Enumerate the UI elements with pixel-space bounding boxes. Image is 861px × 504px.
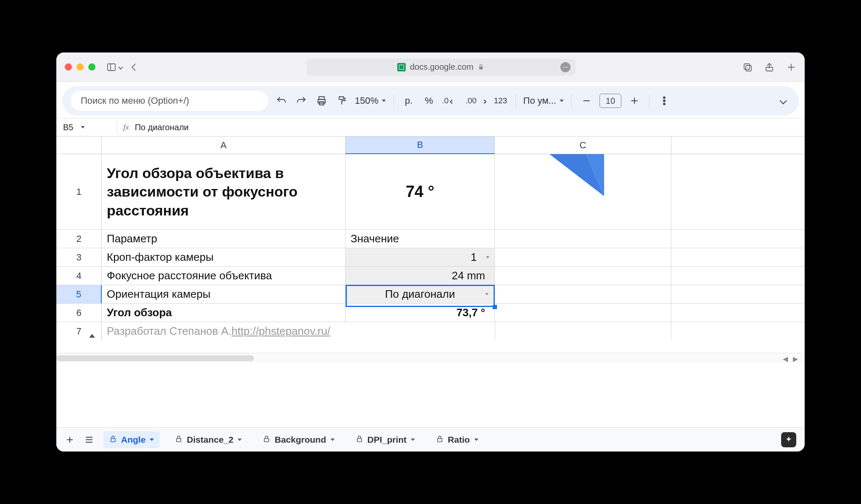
dropdown-icon[interactable] [485, 293, 489, 295]
cell-B3[interactable]: 1 [346, 248, 495, 266]
undo-button[interactable] [274, 94, 288, 108]
cell-C5[interactable] [495, 285, 671, 303]
sheet-tab-ratio[interactable]: Ratio [430, 431, 484, 448]
cell-A1[interactable]: Угол обзора объектива в зависимости от ф… [102, 154, 346, 229]
font-size-increase-button[interactable] [627, 94, 642, 108]
tab-overview-button[interactable] [742, 62, 753, 72]
cell-B1[interactable]: 74 ° [346, 154, 495, 229]
sheet-tab-dpi-print[interactable]: DPI_print [350, 431, 421, 448]
sheets-favicon-icon [397, 63, 406, 71]
svg-rect-13 [339, 97, 344, 100]
row-header-1[interactable]: 1 [56, 154, 102, 229]
row-1: 1 Угол обзора объектива в зависимости от… [56, 154, 805, 230]
svg-rect-28 [357, 438, 362, 442]
close-window-button[interactable] [65, 63, 72, 71]
row-header-3[interactable]: 3 [56, 248, 102, 266]
sheet-tab-distance2[interactable]: Distance_2 [169, 431, 248, 448]
lock-icon [436, 435, 444, 445]
sheet-tab-background[interactable]: Background [257, 431, 341, 448]
cell-A2[interactable]: Параметр [102, 230, 346, 248]
sheet-tab-menu-icon[interactable] [150, 438, 154, 441]
cell-B5[interactable]: По диагонали [346, 285, 495, 303]
cell-A4[interactable]: Фокусное расстояние объектива [102, 267, 346, 285]
dropdown-icon[interactable] [486, 256, 489, 258]
svg-point-17 [663, 97, 665, 98]
increase-decimal-button[interactable]: .00 [465, 94, 487, 108]
active-cell-ref: B5 [63, 123, 73, 132]
sidebar-toggle-button[interactable] [106, 62, 122, 72]
format-currency-button[interactable]: р. [401, 94, 416, 108]
redo-button[interactable] [294, 94, 309, 108]
expand-rows-button[interactable] [89, 334, 95, 338]
name-box[interactable]: B5 [61, 123, 111, 132]
cell-C4[interactable] [495, 267, 671, 285]
sheet-tab-label: Distance_2 [187, 435, 233, 445]
cell-B4[interactable]: 24 mm [346, 267, 495, 285]
paint-format-button[interactable] [335, 94, 349, 108]
cell-A7-link[interactable]: http://phstepanov.ru/ [232, 325, 330, 338]
all-sheets-button[interactable] [84, 435, 94, 445]
column-header-B[interactable]: B [346, 136, 495, 154]
share-button[interactable] [764, 62, 774, 72]
sheet-tab-menu-icon[interactable] [474, 438, 478, 441]
column-headers: A B C [56, 136, 805, 154]
sheet-tab-angle[interactable]: Angle [103, 431, 160, 448]
scroll-left-icon[interactable]: ◀ [783, 355, 788, 363]
row-header-5[interactable]: 5 [56, 285, 102, 303]
cell-A6[interactable]: Угол обзора [102, 304, 346, 322]
row-header-4[interactable]: 4 [56, 267, 102, 285]
collapse-toolbar-button[interactable] [776, 94, 790, 108]
scrollbar-thumb[interactable] [56, 355, 254, 361]
cell-C6[interactable] [495, 304, 671, 322]
cell-C1[interactable] [495, 154, 671, 229]
browser-window: docs.google.com Поиск по меню (Option+/) [56, 52, 805, 452]
format-percent-button[interactable]: % [422, 94, 436, 108]
site-menu-button[interactable] [560, 62, 570, 72]
menu-search-placeholder: Поиск по меню (Option+/) [81, 95, 189, 106]
add-sheet-button[interactable] [65, 435, 75, 445]
font-size-decrease-button[interactable] [579, 94, 594, 108]
sheet-tab-menu-icon[interactable] [411, 438, 415, 441]
font-family-dropdown[interactable]: По ум... [523, 95, 564, 106]
row-header-2[interactable]: 2 [56, 230, 102, 248]
horizontal-scrollbar[interactable]: ◀ ▶ [56, 353, 805, 363]
maximize-window-button[interactable] [88, 63, 95, 71]
cell-A7[interactable]: Разработал Степанов А. http://phstepanov… [102, 322, 495, 340]
address-bar[interactable]: docs.google.com [306, 59, 576, 76]
fx-label: fx [123, 123, 129, 132]
decrease-decimal-button[interactable]: .0 [442, 94, 460, 108]
address-bar-container: docs.google.com [146, 59, 736, 76]
more-formats-button[interactable]: 123 [494, 94, 508, 108]
zoom-dropdown[interactable]: 150% [355, 95, 386, 106]
sheet-tab-menu-icon[interactable] [238, 438, 242, 441]
cell-C2[interactable] [495, 230, 671, 248]
cell-C7[interactable] [495, 322, 671, 340]
cell-C3[interactable] [495, 248, 671, 266]
select-all-corner[interactable] [56, 136, 102, 154]
back-button[interactable] [129, 62, 139, 72]
scroll-right-icon[interactable]: ▶ [793, 355, 798, 363]
separator [117, 121, 117, 134]
sheet-tab-menu-icon[interactable] [330, 438, 335, 441]
cell-A5[interactable]: Ориентация камеры [102, 285, 346, 303]
row-4: 4 Фокусное расстояние объектива 24 mm [56, 267, 805, 285]
formula-bar: B5 fx По диагонали [56, 118, 805, 136]
column-header-C[interactable]: C [495, 136, 671, 154]
font-size-input[interactable]: 10 [600, 94, 621, 108]
more-toolbar-button[interactable] [657, 94, 671, 108]
cell-A3[interactable]: Кроп-фактор камеры [102, 248, 346, 266]
selection-fill-handle[interactable] [493, 305, 497, 309]
menu-search-input[interactable]: Поиск по меню (Option+/) [71, 91, 268, 111]
column-header-A[interactable]: A [102, 136, 346, 154]
row-header-6[interactable]: 6 [56, 304, 102, 322]
cell-B6[interactable]: 73,7 ° [346, 304, 495, 322]
separator [515, 94, 516, 107]
lock-icon [356, 435, 363, 445]
minimize-window-button[interactable] [77, 63, 84, 71]
print-button[interactable] [314, 94, 329, 108]
formula-input[interactable]: По диагонали [135, 123, 189, 132]
new-tab-button[interactable] [786, 62, 796, 72]
cell-B2[interactable]: Значение [346, 230, 495, 248]
row-5: 5 Ориентация камеры По диагонали [56, 285, 805, 304]
explore-button[interactable] [781, 432, 796, 447]
